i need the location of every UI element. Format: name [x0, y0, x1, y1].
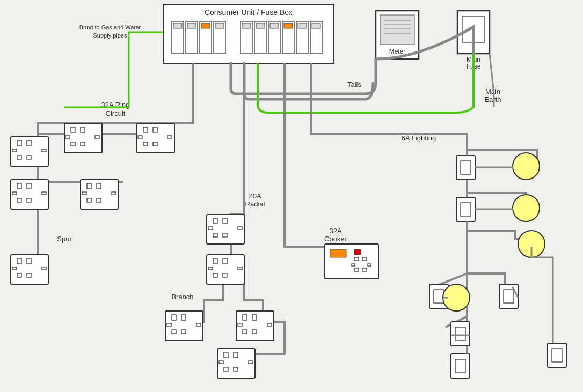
light-switch-6 — [451, 354, 470, 378]
svg-rect-96 — [330, 249, 346, 257]
svg-rect-17 — [284, 23, 293, 28]
svg-rect-19 — [298, 23, 307, 28]
branch-label: Branch — [171, 293, 193, 301]
light-switch-7 — [548, 343, 566, 367]
cooker-label2: Cooker — [324, 235, 347, 243]
lighting-label: 6A Lighting — [402, 134, 436, 142]
light-switch-5 — [451, 322, 470, 346]
spur-label: Spur — [57, 235, 72, 243]
svg-rect-7 — [201, 23, 210, 28]
svg-rect-23 — [380, 15, 414, 45]
consumer-unit-title: Consumer Unit / Fuse Box — [205, 8, 293, 17]
svg-rect-13 — [256, 23, 265, 28]
light-bulb-1 — [513, 153, 540, 180]
bond-label2: Supply pipes — [93, 32, 127, 39]
svg-rect-21 — [312, 23, 320, 28]
cooker-label: 32A — [329, 227, 341, 235]
radial-label2: Radial — [245, 200, 265, 208]
svg-rect-15 — [270, 23, 279, 28]
svg-rect-5 — [187, 23, 196, 28]
light-switch-4 — [499, 284, 518, 308]
svg-rect-9 — [215, 23, 224, 28]
main-earth-label2: Earth — [484, 95, 501, 103]
bond-label: Bond to Gas and Water — [79, 24, 141, 31]
svg-rect-3 — [173, 23, 182, 28]
svg-rect-11 — [242, 23, 251, 28]
svg-rect-97 — [354, 249, 361, 255]
radial-label: 20A — [249, 192, 261, 200]
light-bulb-2 — [513, 195, 540, 221]
ring-circuit-label2: Circuit — [106, 109, 126, 117]
light-switch-1 — [456, 156, 475, 180]
meter-label: Meter — [389, 48, 406, 55]
light-switch-2 — [456, 197, 475, 221]
tails-label: Tails — [347, 80, 362, 88]
